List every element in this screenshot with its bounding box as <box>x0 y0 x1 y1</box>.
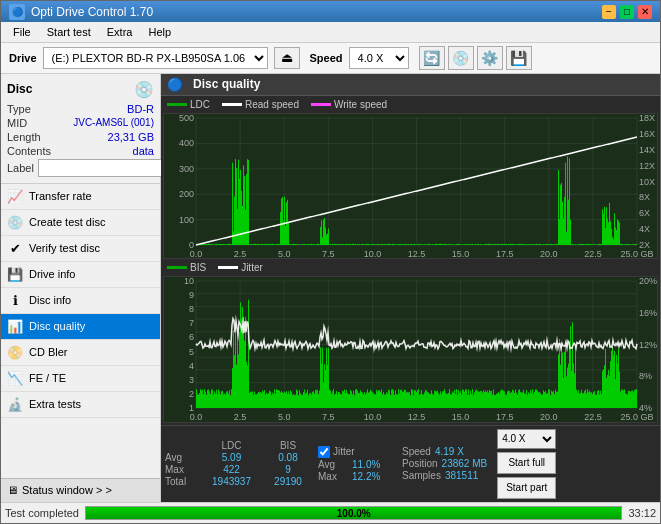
ldc-avg: 5.09 <box>199 452 264 463</box>
speed-label: Speed <box>310 52 343 64</box>
sidebar-item-transfer-rate[interactable]: 📈 Transfer rate <box>1 184 160 210</box>
bottom-bar: Test completed 100.0% 33:12 <box>1 502 660 523</box>
sidebar-item-disc-quality[interactable]: 📊 Disc quality <box>1 314 160 340</box>
minimize-button[interactable]: − <box>602 5 616 19</box>
sidebar-item-verify-test-disc[interactable]: ✔ Verify test disc <box>1 236 160 262</box>
disc-length-key: Length <box>7 131 41 143</box>
extra-tests-icon: 🔬 <box>7 397 23 412</box>
disc-mid-key: MID <box>7 117 27 129</box>
ldc-total: 1943937 <box>199 476 264 487</box>
disc-burn-button[interactable]: 💿 <box>448 46 474 70</box>
total-label: Total <box>165 476 195 487</box>
menu-extra[interactable]: Extra <box>99 24 141 40</box>
legend-read-speed: Read speed <box>222 99 299 110</box>
cd-bler-icon: 📀 <box>7 345 23 360</box>
speed-select[interactable]: 4.0 X <box>349 47 409 69</box>
disc-label-input[interactable] <box>38 159 171 177</box>
create-test-disc-icon: 💿 <box>7 215 23 230</box>
disc-quality-icon: 📊 <box>7 319 23 334</box>
sidebar-label-fe-te: FE / TE <box>29 372 66 384</box>
position-stat-val: 23862 MB <box>442 458 488 469</box>
samples-stat-val: 381511 <box>445 470 478 481</box>
fe-te-icon: 📉 <box>7 371 23 386</box>
disc-mid-val: JVC-AMS6L (001) <box>73 117 154 129</box>
sidebar-item-cd-bler[interactable]: 📀 CD Bler <box>1 340 160 366</box>
refresh-button[interactable]: 🔄 <box>419 46 445 70</box>
speed-select-stats[interactable]: 4.0 X <box>497 429 556 449</box>
lower-chart <box>163 276 658 423</box>
menu-help[interactable]: Help <box>140 24 179 40</box>
menu-bar: File Start test Extra Help <box>1 22 660 43</box>
jitter-avg-label: Avg <box>318 459 348 470</box>
legend-jitter: Jitter <box>218 262 263 273</box>
menu-file[interactable]: File <box>5 24 39 40</box>
speed-stat-label: Speed <box>402 446 431 457</box>
sidebar-label-drive-info: Drive info <box>29 268 75 280</box>
jitter-checkbox[interactable] <box>318 446 330 458</box>
status-window-bar[interactable]: 🖥 Status window > > <box>1 478 160 502</box>
disc-panel-label: Disc <box>7 82 32 96</box>
sidebar-item-extra-tests[interactable]: 🔬 Extra tests <box>1 392 160 418</box>
legend-write-speed: Write speed <box>311 99 387 110</box>
chart-title-icon: 🔵 <box>167 77 183 92</box>
speed-stat-val: 4.19 X <box>435 446 464 457</box>
bis-header: BIS <box>268 440 308 451</box>
start-part-button[interactable]: Start part <box>497 477 556 499</box>
drive-info-icon: 💾 <box>7 267 23 282</box>
sidebar-item-fe-te[interactable]: 📉 FE / TE <box>1 366 160 392</box>
sidebar-label-disc-info: Disc info <box>29 294 71 306</box>
ldc-max: 422 <box>199 464 264 475</box>
close-button[interactable]: ✕ <box>638 5 652 19</box>
jitter-avg-val: 11.0% <box>352 459 392 470</box>
time-label: 33:12 <box>628 507 656 519</box>
maximize-button[interactable]: □ <box>620 5 634 19</box>
title-bar: 🔵 Opti Drive Control 1.70 − □ ✕ <box>1 1 660 22</box>
bis-total: 29190 <box>268 476 308 487</box>
status-window-label: Status window > > <box>22 484 112 496</box>
jitter-max-label: Max <box>318 471 348 482</box>
ldc-header: LDC <box>199 440 264 451</box>
sidebar-label-disc-quality: Disc quality <box>29 320 85 332</box>
bis-avg: 0.08 <box>268 452 308 463</box>
app-title: Opti Drive Control 1.70 <box>31 5 153 19</box>
app-window: 🔵 Opti Drive Control 1.70 − □ ✕ File Sta… <box>0 0 661 524</box>
nav-items: 📈 Transfer rate 💿 Create test disc ✔ Ver… <box>1 184 160 478</box>
legend-ldc: LDC <box>167 99 210 110</box>
transfer-rate-icon: 📈 <box>7 189 23 204</box>
sidebar-label-cd-bler: CD Bler <box>29 346 68 358</box>
disc-type-key: Type <box>7 103 31 115</box>
chart-title: Disc quality <box>193 77 260 91</box>
eject-button[interactable]: ⏏ <box>274 47 300 69</box>
samples-stat-label: Samples <box>402 470 441 481</box>
drive-bar: Drive (E:) PLEXTOR BD-R PX-LB950SA 1.06 … <box>1 43 660 74</box>
bis-max: 9 <box>268 464 308 475</box>
progress-bar: 100.0% <box>85 506 622 520</box>
menu-start-test[interactable]: Start test <box>39 24 99 40</box>
sidebar-item-drive-info[interactable]: 💾 Drive info <box>1 262 160 288</box>
legend-bis: BIS <box>167 262 206 273</box>
max-label: Max <box>165 464 195 475</box>
progress-text: 100.0% <box>337 507 371 518</box>
jitter-max-val: 12.2% <box>352 471 392 482</box>
drive-select[interactable]: (E:) PLEXTOR BD-R PX-LB950SA 1.06 <box>43 47 268 69</box>
app-icon: 🔵 <box>9 4 25 20</box>
disc-panel: Disc 💿 Type BD-R MID JVC-AMS6L (001) Len… <box>1 74 160 184</box>
settings-button[interactable]: ⚙️ <box>477 46 503 70</box>
sidebar-item-create-test-disc[interactable]: 💿 Create test disc <box>1 210 160 236</box>
status-window-icon: 🖥 <box>7 484 18 496</box>
disc-length-val: 23,31 GB <box>108 131 154 143</box>
position-stat-label: Position <box>402 458 438 469</box>
save-button[interactable]: 💾 <box>506 46 532 70</box>
disc-contents-val: data <box>133 145 154 157</box>
sidebar-label-extra-tests: Extra tests <box>29 398 81 410</box>
sidebar-label-verify-test-disc: Verify test disc <box>29 242 100 254</box>
disc-contents-key: Contents <box>7 145 51 157</box>
status-text: Test completed <box>5 507 79 519</box>
main-layout: Disc 💿 Type BD-R MID JVC-AMS6L (001) Len… <box>1 74 660 502</box>
disc-icon: 💿 <box>134 80 154 99</box>
sidebar-item-disc-info[interactable]: ℹ Disc info <box>1 288 160 314</box>
verify-test-disc-icon: ✔ <box>7 241 23 256</box>
upper-chart <box>163 113 658 260</box>
sidebar-label-create-test-disc: Create test disc <box>29 216 105 228</box>
start-full-button[interactable]: Start full <box>497 452 556 474</box>
